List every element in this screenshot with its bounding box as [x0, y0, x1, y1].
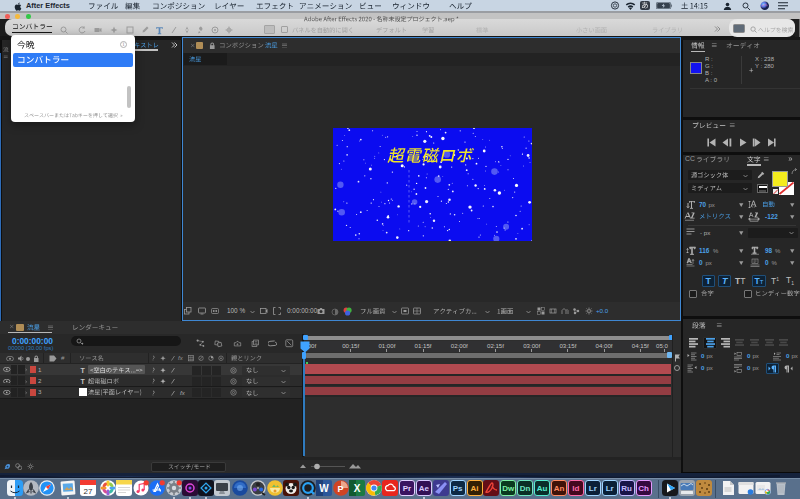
svg-text:P: P	[337, 484, 343, 494]
svg-text:W: W	[320, 483, 330, 494]
svg-text:27: 27	[84, 487, 93, 496]
svg-text:X: X	[354, 483, 361, 494]
